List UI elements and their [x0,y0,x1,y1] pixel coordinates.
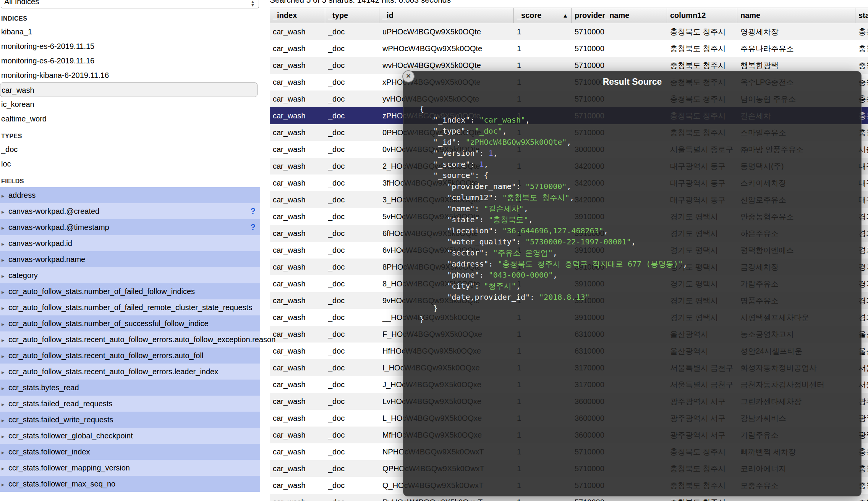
table-cell: _doc [325,91,379,107]
disclosure-triangle-icon: ▸ [2,461,8,477]
sidebar-section-title: FIELDS [1,177,260,186]
disclosure-triangle-icon: ▸ [2,204,8,220]
sidebar-index-item[interactable]: monitoring-kibana-6-2019.11.16 [0,68,260,82]
table-cell: _doc [325,107,379,124]
sidebar-field-item[interactable]: ▸ccr_stats.failed_read_requests [0,396,260,412]
sidebar-field-item[interactable]: ▸category [0,267,260,283]
disclosure-triangle-icon: ▸ [2,348,8,364]
sidebar-index-item[interactable]: ealtime_word [0,112,260,126]
help-icon[interactable]: ? [251,219,256,235]
sidebar-field-item[interactable]: ▸ccr_stats.follower_mapping_version [0,460,260,476]
sidebar-field-item[interactable]: ▸ccr_auto_follow_stats.number_of_failed_… [0,283,260,299]
sidebar-index-item[interactable]: car_wash [0,82,257,97]
table-cell: car_wash [270,359,325,376]
column-header[interactable]: _type [325,8,379,23]
disclosure-triangle-icon: ▸ [2,364,8,380]
sidebar-field-item[interactable]: ▸canvas-workpad.@created? [0,203,260,219]
disclosure-triangle-icon: ▸ [2,188,8,204]
sidebar-type-item[interactable]: _doc [0,142,260,157]
table-cell: car_wash [270,410,325,427]
table-cell: car_wash [270,309,325,326]
sidebar-field-item[interactable]: ▸ccr_stats.follower_global_checkpoint [0,428,260,444]
table-cell: _doc [325,326,379,343]
column-header[interactable]: provider_name [572,8,667,23]
column-header[interactable]: _index [270,8,325,23]
field-label: ccr_auto_follow_stats.number_of_successf… [8,319,209,328]
table-cell: _doc [325,494,379,501]
index-filter-select[interactable]: All Indices ▲ ▼ [1,0,259,8]
sidebar-type-item[interactable]: loc [0,157,260,171]
table-cell: car_wash [270,477,325,494]
disclosure-triangle-icon: ▸ [2,428,8,444]
column-header[interactable]: state [855,8,868,23]
sidebar-field-item[interactable]: ▸ccr_auto_follow_stats.recent_auto_follo… [0,364,260,380]
table-cell: _doc [325,359,379,376]
table-cell: car_wash [270,107,325,124]
column-header-label: column12 [670,11,706,20]
sidebar-field-item[interactable]: ▸ccr_stats.failed_write_requests [0,412,260,428]
help-icon[interactable]: ? [251,203,256,219]
sidebar-field-item[interactable]: ▸ccr_auto_follow_stats.number_of_failed_… [0,299,260,315]
close-icon[interactable]: ✕ [402,70,415,82]
column-header-label: provider_name [575,11,629,20]
column-header[interactable]: _id [379,8,514,23]
disclosure-triangle-icon: ▸ [2,236,8,252]
sidebar-field-item[interactable]: ▸canvas-workpad.@timestamp? [0,219,260,235]
sidebar-field-item[interactable]: ▸ccr_stats.follower_max_seq_no [0,476,260,492]
table-cell: _doc [325,225,379,242]
sidebar-field-item[interactable]: ▸ccr_auto_follow_stats.recent_auto_follo… [0,331,260,347]
field-label: ccr_auto_follow_stats.recent_auto_follow… [8,335,275,344]
elasticsearch-head-browser: All Indices ▲ ▼ INDICESkibana_1monitorin… [0,0,868,501]
table-cell: _doc [325,259,379,275]
table-cell: _doc [325,23,379,40]
sidebar-index-item[interactable]: kibana_1 [0,24,260,39]
table-cell: car_wash [270,460,325,477]
column-header[interactable]: name [737,8,855,23]
disclosure-triangle-icon: ▸ [2,220,8,236]
sidebar-field-item[interactable]: ▸canvas-workpad.id [0,235,260,251]
disclosure-triangle-icon: ▸ [2,332,8,348]
sidebar-index-item[interactable]: monitoring-es-6-2019.11.16 [0,53,260,68]
sidebar-section-title: INDICES [1,15,260,23]
table-cell: _doc [325,141,379,158]
search-status: Searched 5 of 5 shards. 14142 hits. 0.00… [270,0,451,5]
table-cell: _doc [325,57,379,74]
table-cell: 충청북도 청주시 [667,40,737,57]
column-header[interactable]: column12 [667,8,737,23]
disclosure-triangle-icon: ▸ [2,268,8,284]
sidebar-field-item[interactable]: ▸ccr_auto_follow_stats.number_of_success… [0,315,260,331]
table-cell: 충청북도 [855,23,868,40]
sidebar-index-item[interactable]: ic_korean [0,97,260,112]
sidebar-field-item[interactable]: ▸ccr_auto_follow_stats.recent_auto_follo… [0,347,260,364]
sidebar-indices-list: kibana_1monitoring-es-6-2019.11.15monito… [0,24,260,126]
modal-title: Result Source [403,77,861,87]
sidebar-field-item[interactable]: ▸ccr_stats.follower_index [0,444,260,460]
field-label: canvas-workpad.id [8,239,72,247]
table-cell: car_wash [270,23,325,40]
table-cell: 1 [514,23,572,40]
table-cell: _doc [325,191,379,208]
disclosure-triangle-icon: ▸ [2,300,8,316]
table-cell: _doc [325,427,379,443]
disclosure-triangle-icon: ▸ [2,316,8,332]
field-label: canvas-workpad.@timestamp [8,223,109,231]
stepper-down-icon: ▼ [251,3,255,7]
table-cell: uPHOcW4BGQw9X5k0OQte [379,23,514,40]
sidebar-field-item[interactable]: ▸canvas-workpad.name [0,251,260,267]
sidebar-field-item[interactable]: ▸address [0,187,260,203]
sidebar-field-item[interactable]: ▸ccr_stats.bytes_read [0,380,260,396]
table-cell: wPHOcW4BGQw9X5k0OQte [379,40,514,57]
table-cell: _doc [325,242,379,259]
table-row[interactable]: car_wash_docuPHOcW4BGQw9X5k0OQte15710000… [270,23,868,40]
field-label: category [8,271,38,280]
column-header-label: _type [328,11,348,20]
table-cell: _doc [325,40,379,57]
column-header[interactable]: _score▲ [514,8,572,23]
field-label: canvas-workpad.@created [8,207,99,215]
disclosure-triangle-icon: ▸ [2,477,8,493]
table-cell: _doc [325,292,379,309]
table-cell: car_wash [270,191,325,208]
table-cell: _doc [325,175,379,191]
sidebar-index-item[interactable]: monitoring-es-6-2019.11.15 [0,39,260,53]
table-row[interactable]: car_wash_docwPHOcW4BGQw9X5k0OQte15710000… [270,40,868,57]
